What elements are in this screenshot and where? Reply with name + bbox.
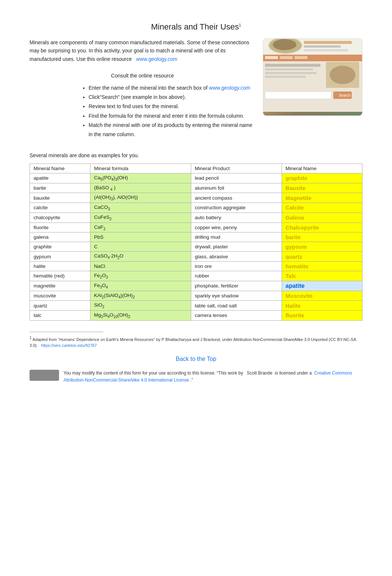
svg-rect-20 [263, 38, 362, 112]
bullet-5: Match the mineral with one of its produc… [89, 121, 255, 139]
cell-formula: CaF2 [90, 223, 191, 232]
cell-formula: NaCl [90, 261, 191, 271]
footnote: 1 Adapted from “Humans’ Dependence on Ea… [30, 335, 362, 349]
geology-image-inner: Search [263, 39, 362, 115]
cell-product: drilling mud [191, 232, 282, 242]
header-mineral-name: Mineral Name [30, 164, 90, 173]
cell-formula: CaSO4·2H2O [90, 252, 191, 262]
cell-mineral-name: quartz [30, 301, 90, 311]
cell-match: Talc [282, 271, 362, 281]
consult-heading: Consult the online resource [30, 72, 255, 80]
table-row: talcMg3Si4O10(OH)2camera lensesfluorite [30, 310, 362, 320]
table-row: haliteNaCliron orehematite [30, 261, 362, 271]
bullet-4: Find the formula for the mineral and ent… [89, 111, 255, 121]
cell-mineral-name: apatite [30, 173, 90, 183]
cell-product: sparkly eye shadow [191, 291, 282, 301]
geology-link-intro[interactable]: www.geology.com [136, 56, 178, 62]
intro-paragraph: Minerals are components of many common m… [30, 38, 255, 63]
example-text: Several minerals are done as examples fo… [30, 152, 362, 158]
cell-product: rubber [191, 271, 282, 281]
cell-formula: Mg3Si4O10(OH)2 [90, 310, 191, 320]
cell-match: Halite [282, 301, 362, 311]
cell-match: graphite [282, 173, 362, 183]
geology-link-bullet[interactable]: www.geology.com [209, 85, 250, 91]
footnote-number: 1 [30, 336, 32, 340]
table-row: magnetiteFe3O4phosphate, fertilizerapati… [30, 281, 362, 291]
license-section: You may modify the content of this form … [30, 370, 362, 384]
table-row: fluoriteCaF2copper wire, pennyChalcopyri… [30, 223, 362, 232]
cell-mineral-name: calcite [30, 203, 90, 213]
table-row: barite(BaSO 4 )aluminum foilBauxite [30, 183, 362, 193]
bullet-1: Enter the name of the mineral into the s… [89, 83, 255, 93]
cell-match: Bauxite [282, 183, 362, 193]
mineral-table: Mineral Name Mineral formula Mineral Pro… [30, 163, 362, 321]
geology-image: Search [263, 38, 362, 116]
footnote-divider [30, 332, 103, 332]
cell-formula: CaCO3 [90, 203, 191, 213]
intro-text: Minerals are components of many common m… [30, 38, 255, 146]
intro-section: Minerals are components of many common m… [30, 38, 362, 146]
cell-product: glass, abrasive [191, 252, 282, 262]
cell-product: phosphate, fertilizer [191, 281, 282, 291]
table-row: apatiteCa5(PO4)3(OH)lead pencilgraphite [30, 173, 362, 183]
cell-match: barite [282, 232, 362, 242]
cell-mineral-name: muscovite [30, 291, 90, 301]
page-title: Minerals and Their Uses1 [30, 22, 362, 32]
table-row: bauxite(Al(OH)3), AlO(OH))ancient compas… [30, 193, 362, 203]
cell-mineral-name: magnetite [30, 281, 90, 291]
back-to-top[interactable]: Back to the Top [30, 356, 362, 362]
table-row: gypsumCaSO4·2H2Oglass, abrasivequartz [30, 252, 362, 262]
cell-formula: PbS [90, 232, 191, 242]
table-row: chalcopyriteCuFeS2auto batteryGalena [30, 213, 362, 223]
cell-match: apatite [282, 281, 362, 291]
cell-match: Magnetite [282, 193, 362, 203]
cell-match: hematite [282, 261, 362, 271]
header-product: Mineral Product [191, 164, 282, 173]
cell-mineral-name: halite [30, 261, 90, 271]
cell-formula: Fe3O4 [90, 281, 191, 291]
cell-product: camera lenses [191, 310, 282, 320]
table-body: apatiteCa5(PO4)3(OH)lead pencilgraphiteb… [30, 173, 362, 321]
cell-match: Calcite [282, 203, 362, 213]
cell-product: table salt, road salt [191, 301, 282, 311]
geology-svg: Search [263, 38, 362, 112]
cell-mineral-name: talc [30, 310, 90, 320]
cell-match: Galena [282, 213, 362, 223]
footnote-link[interactable]: https://serc.carleton.edu/92767 [41, 343, 97, 348]
cell-formula: Fe2O3 [90, 271, 191, 281]
cell-mineral-name: chalcopyrite [30, 213, 90, 223]
bullet-2: Click“Search” (see example in box above)… [89, 93, 255, 102]
table-row: hematite (red)Fe2O3rubberTalc [30, 271, 362, 281]
cell-mineral-name: gypsum [30, 252, 90, 262]
cell-formula: C [90, 242, 191, 252]
cell-match: Chalcopyrite [282, 223, 362, 232]
cell-formula: KAl2(SiAlO4)(OH)2 [90, 291, 191, 301]
license-text: You may modify the content of this form … [63, 370, 362, 384]
cell-formula: (BaSO 4 ) [90, 183, 191, 193]
cell-mineral-name: bauxite [30, 193, 90, 203]
bullet-3: Review text to find uses for the mineral… [89, 102, 255, 111]
cell-match: fluorite [282, 310, 362, 320]
cell-mineral-name: hematite (red) [30, 271, 90, 281]
cell-match: gypsum [282, 242, 362, 252]
cell-product: lead pencil [191, 173, 282, 183]
cell-product: drywall, plaster [191, 242, 282, 252]
cell-mineral-name: galena [30, 232, 90, 242]
cell-formula: SiO2 [90, 301, 191, 311]
table-header-row: Mineral Name Mineral formula Mineral Pro… [30, 164, 362, 173]
cell-formula: (Al(OH)3), AlO(OH)) [90, 193, 191, 203]
table-row: galenaPbSdrilling mudbarite [30, 232, 362, 242]
cell-product: iron ore [191, 261, 282, 271]
cell-formula: Ca5(PO4)3(OH) [90, 173, 191, 183]
instruction-list: Enter the name of the mineral into the s… [89, 83, 255, 139]
header-formula: Mineral formula [90, 164, 191, 173]
cell-product: aluminum foil [191, 183, 282, 193]
cell-product: construction aggregate [191, 203, 282, 213]
cell-formula: CuFeS2 [90, 213, 191, 223]
header-match: Mineral Name [282, 164, 362, 173]
cell-product: auto battery [191, 213, 282, 223]
table-row: quartzSiO2table salt, road saltHalite [30, 301, 362, 311]
cell-mineral-name: fluorite [30, 223, 90, 232]
cell-match: quartz [282, 252, 362, 262]
cell-mineral-name: barite [30, 183, 90, 193]
